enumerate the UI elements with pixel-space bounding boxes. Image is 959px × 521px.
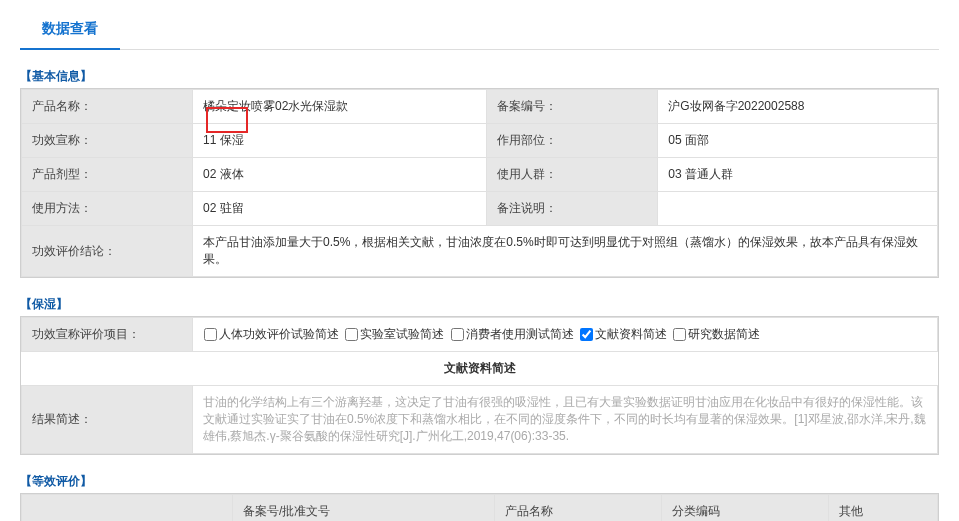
eq-header-productname: 产品名称: [495, 495, 662, 522]
section-title-basic: 【基本信息】: [20, 68, 939, 85]
section-title-moist: 【保湿】: [20, 296, 939, 313]
opt-human[interactable]: 人体功效评价试验简述: [203, 327, 339, 341]
label-result: 结果简述：: [22, 386, 193, 454]
eval-items-row: 人体功效评价试验简述 实验室试验简述 消费者使用测试简述 文献资料简述 研究数据…: [193, 318, 938, 352]
value-record-no: 沪G妆网备字2022002588: [658, 90, 938, 124]
literature-subheader: 文献资料简述: [22, 352, 938, 386]
label-form: 产品剂型：: [22, 158, 193, 192]
value-population: 03 普通人群: [658, 158, 938, 192]
label-efficacy: 功效宣称：: [22, 124, 193, 158]
opt-lab-label: 实验室试验简述: [360, 327, 444, 341]
label-conclusion: 功效评价结论：: [22, 226, 193, 277]
opt-literature[interactable]: 文献资料简述: [579, 327, 667, 341]
opt-literature-label: 文献资料简述: [595, 327, 667, 341]
checkbox-research[interactable]: [673, 328, 686, 341]
opt-human-label: 人体功效评价试验简述: [219, 327, 339, 341]
checkbox-human[interactable]: [204, 328, 217, 341]
opt-consumer-label: 消费者使用测试简述: [466, 327, 574, 341]
label-record-no: 备案编号：: [487, 90, 658, 124]
tab-data-view[interactable]: 数据查看: [20, 10, 120, 50]
checkbox-lab[interactable]: [345, 328, 358, 341]
value-part: 05 面部: [658, 124, 938, 158]
checkbox-literature[interactable]: [580, 328, 593, 341]
eq-header-blank: [22, 495, 233, 522]
label-eval-items: 功效宣称评价项目：: [22, 318, 193, 352]
label-population: 使用人群：: [487, 158, 658, 192]
eq-header-recordno: 备案号/批准文号: [233, 495, 495, 522]
eq-header-code: 分类编码: [662, 495, 829, 522]
label-note: 备注说明：: [487, 192, 658, 226]
opt-lab[interactable]: 实验室试验简述: [344, 327, 444, 341]
label-product-name: 产品名称：: [22, 90, 193, 124]
highlight-mark: [206, 107, 248, 133]
eq-header-other: 其他: [829, 495, 938, 522]
value-method: 02 驻留: [193, 192, 487, 226]
label-method: 使用方法：: [22, 192, 193, 226]
value-result: 甘油的化学结构上有三个游离羟基，这决定了甘油有很强的吸湿性，且已有大量实验数据证…: [193, 386, 938, 454]
opt-research[interactable]: 研究数据简述: [672, 327, 760, 341]
value-form: 02 液体: [193, 158, 487, 192]
value-conclusion: 本产品甘油添加量大于0.5%，根据相关文献，甘油浓度在0.5%时即可达到明显优于…: [193, 226, 938, 277]
checkbox-consumer[interactable]: [451, 328, 464, 341]
label-part: 作用部位：: [487, 124, 658, 158]
opt-consumer[interactable]: 消费者使用测试简述: [450, 327, 574, 341]
section-title-eq: 【等效评价】: [20, 473, 939, 490]
value-note: [658, 192, 938, 226]
opt-research-label: 研究数据简述: [688, 327, 760, 341]
